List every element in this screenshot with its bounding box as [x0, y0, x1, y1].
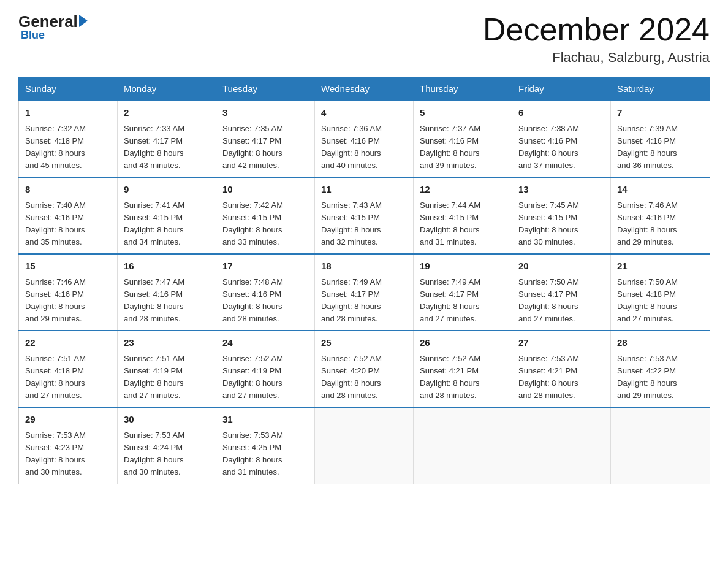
day-number: 18: [321, 259, 407, 274]
day-info: Sunrise: 7:46 AMSunset: 4:16 PMDaylight:…: [25, 276, 111, 326]
calendar-header-thursday: Thursday: [414, 77, 512, 101]
calendar-day-cell: 30Sunrise: 7:53 AMSunset: 4:24 PMDayligh…: [118, 407, 216, 483]
day-number: 27: [518, 336, 604, 350]
day-info: Sunrise: 7:42 AMSunset: 4:15 PMDaylight:…: [222, 199, 308, 249]
calendar-day-cell: 9Sunrise: 7:41 AMSunset: 4:15 PMDaylight…: [118, 177, 216, 254]
calendar-day-cell: 10Sunrise: 7:42 AMSunset: 4:15 PMDayligh…: [216, 177, 315, 254]
calendar-week-row: 1Sunrise: 7:32 AMSunset: 4:18 PMDaylight…: [19, 101, 710, 177]
calendar-header-monday: Monday: [118, 77, 216, 101]
day-number: 3: [222, 106, 308, 120]
day-number: 24: [222, 336, 308, 350]
day-number: 22: [25, 336, 111, 350]
calendar-header-tuesday: Tuesday: [216, 77, 315, 101]
day-number: 1: [25, 106, 111, 120]
day-info: Sunrise: 7:49 AMSunset: 4:17 PMDaylight:…: [420, 276, 506, 326]
calendar-day-cell: 1Sunrise: 7:32 AMSunset: 4:18 PMDaylight…: [19, 101, 118, 177]
day-info: Sunrise: 7:53 AMSunset: 4:21 PMDaylight:…: [518, 353, 604, 402]
day-number: 14: [617, 183, 703, 197]
calendar-day-cell: 18Sunrise: 7:49 AMSunset: 4:17 PMDayligh…: [315, 254, 414, 331]
day-info: Sunrise: 7:53 AMSunset: 4:24 PMDaylight:…: [124, 429, 210, 479]
day-info: Sunrise: 7:43 AMSunset: 4:15 PMDaylight:…: [321, 199, 407, 249]
logo-triangle-icon: [79, 15, 88, 27]
calendar-header-sunday: Sunday: [19, 77, 118, 101]
day-info: Sunrise: 7:32 AMSunset: 4:18 PMDaylight:…: [25, 123, 111, 172]
calendar-day-cell: 5Sunrise: 7:37 AMSunset: 4:16 PMDaylight…: [414, 101, 512, 177]
calendar-day-cell: 27Sunrise: 7:53 AMSunset: 4:21 PMDayligh…: [512, 331, 611, 407]
day-info: Sunrise: 7:41 AMSunset: 4:15 PMDaylight:…: [124, 199, 210, 249]
calendar-day-cell: [611, 407, 710, 483]
calendar-day-cell: 4Sunrise: 7:36 AMSunset: 4:16 PMDaylight…: [315, 101, 414, 177]
day-number: 16: [124, 259, 210, 274]
calendar-day-cell: 13Sunrise: 7:45 AMSunset: 4:15 PMDayligh…: [512, 177, 611, 254]
calendar-header-friday: Friday: [512, 77, 611, 101]
day-info: Sunrise: 7:49 AMSunset: 4:17 PMDaylight:…: [321, 276, 407, 326]
calendar-day-cell: 14Sunrise: 7:46 AMSunset: 4:16 PMDayligh…: [611, 177, 710, 254]
calendar-day-cell: 17Sunrise: 7:48 AMSunset: 4:16 PMDayligh…: [216, 254, 315, 331]
day-info: Sunrise: 7:37 AMSunset: 4:16 PMDaylight:…: [420, 123, 506, 172]
day-number: 8: [25, 183, 111, 197]
calendar-day-cell: 23Sunrise: 7:51 AMSunset: 4:19 PMDayligh…: [118, 331, 216, 407]
calendar-week-row: 22Sunrise: 7:51 AMSunset: 4:18 PMDayligh…: [19, 331, 710, 407]
day-info: Sunrise: 7:50 AMSunset: 4:18 PMDaylight:…: [617, 276, 703, 326]
day-number: 13: [518, 183, 604, 197]
calendar-day-cell: 20Sunrise: 7:50 AMSunset: 4:17 PMDayligh…: [512, 254, 611, 331]
day-info: Sunrise: 7:47 AMSunset: 4:16 PMDaylight:…: [124, 276, 210, 326]
day-number: 11: [321, 183, 407, 197]
day-info: Sunrise: 7:51 AMSunset: 4:18 PMDaylight:…: [25, 353, 111, 402]
day-info: Sunrise: 7:50 AMSunset: 4:17 PMDaylight:…: [518, 276, 604, 326]
title-area: December 2024 Flachau, Salzburg, Austria: [483, 12, 710, 66]
calendar-week-row: 8Sunrise: 7:40 AMSunset: 4:16 PMDaylight…: [19, 177, 710, 254]
day-info: Sunrise: 7:51 AMSunset: 4:19 PMDaylight:…: [124, 353, 210, 402]
day-number: 5: [420, 106, 506, 120]
day-info: Sunrise: 7:44 AMSunset: 4:15 PMDaylight:…: [420, 199, 506, 249]
day-number: 2: [124, 106, 210, 120]
day-number: 31: [222, 413, 308, 427]
day-number: 12: [420, 183, 506, 197]
day-info: Sunrise: 7:39 AMSunset: 4:16 PMDaylight:…: [617, 123, 703, 172]
calendar-day-cell: [414, 407, 512, 483]
calendar-day-cell: 2Sunrise: 7:33 AMSunset: 4:17 PMDaylight…: [118, 101, 216, 177]
day-info: Sunrise: 7:38 AMSunset: 4:16 PMDaylight:…: [518, 123, 604, 172]
day-info: Sunrise: 7:36 AMSunset: 4:16 PMDaylight:…: [321, 123, 407, 172]
day-number: 4: [321, 106, 407, 120]
day-number: 29: [25, 413, 111, 427]
day-number: 23: [124, 336, 210, 350]
calendar-day-cell: [315, 407, 414, 483]
day-number: 28: [617, 336, 703, 350]
calendar-day-cell: 25Sunrise: 7:52 AMSunset: 4:20 PMDayligh…: [315, 331, 414, 407]
day-info: Sunrise: 7:48 AMSunset: 4:16 PMDaylight:…: [222, 276, 308, 326]
calendar-day-cell: 7Sunrise: 7:39 AMSunset: 4:16 PMDaylight…: [611, 101, 710, 177]
day-number: 26: [420, 336, 506, 350]
day-info: Sunrise: 7:33 AMSunset: 4:17 PMDaylight:…: [124, 123, 210, 172]
day-info: Sunrise: 7:45 AMSunset: 4:15 PMDaylight:…: [518, 199, 604, 249]
calendar-week-row: 29Sunrise: 7:53 AMSunset: 4:23 PMDayligh…: [19, 407, 710, 483]
day-number: 30: [124, 413, 210, 427]
calendar-day-cell: 28Sunrise: 7:53 AMSunset: 4:22 PMDayligh…: [611, 331, 710, 407]
calendar-day-cell: 3Sunrise: 7:35 AMSunset: 4:17 PMDaylight…: [216, 101, 315, 177]
day-number: 10: [222, 183, 308, 197]
day-number: 6: [518, 106, 604, 120]
calendar-day-cell: 22Sunrise: 7:51 AMSunset: 4:18 PMDayligh…: [19, 331, 118, 407]
calendar-day-cell: 21Sunrise: 7:50 AMSunset: 4:18 PMDayligh…: [611, 254, 710, 331]
month-year-title: December 2024: [483, 12, 710, 47]
day-number: 17: [222, 259, 308, 274]
calendar-day-cell: 15Sunrise: 7:46 AMSunset: 4:16 PMDayligh…: [19, 254, 118, 331]
day-info: Sunrise: 7:40 AMSunset: 4:16 PMDaylight:…: [25, 199, 111, 249]
calendar-header-saturday: Saturday: [611, 77, 710, 101]
day-number: 25: [321, 336, 407, 350]
day-info: Sunrise: 7:52 AMSunset: 4:21 PMDaylight:…: [420, 353, 506, 402]
calendar-day-cell: 24Sunrise: 7:52 AMSunset: 4:19 PMDayligh…: [216, 331, 315, 407]
logo-blue-text: Blue: [21, 29, 45, 42]
day-info: Sunrise: 7:35 AMSunset: 4:17 PMDaylight:…: [222, 123, 308, 172]
calendar-day-cell: 16Sunrise: 7:47 AMSunset: 4:16 PMDayligh…: [118, 254, 216, 331]
calendar-day-cell: [512, 407, 611, 483]
day-info: Sunrise: 7:46 AMSunset: 4:16 PMDaylight:…: [617, 199, 703, 249]
day-info: Sunrise: 7:53 AMSunset: 4:25 PMDaylight:…: [222, 429, 308, 479]
calendar-day-cell: 8Sunrise: 7:40 AMSunset: 4:16 PMDaylight…: [19, 177, 118, 254]
day-number: 21: [617, 259, 703, 274]
calendar-day-cell: 11Sunrise: 7:43 AMSunset: 4:15 PMDayligh…: [315, 177, 414, 254]
day-number: 9: [124, 183, 210, 197]
calendar-day-cell: 29Sunrise: 7:53 AMSunset: 4:23 PMDayligh…: [19, 407, 118, 483]
location-subtitle: Flachau, Salzburg, Austria: [483, 50, 710, 66]
page-header: General Blue December 2024 Flachau, Salz…: [18, 12, 710, 66]
